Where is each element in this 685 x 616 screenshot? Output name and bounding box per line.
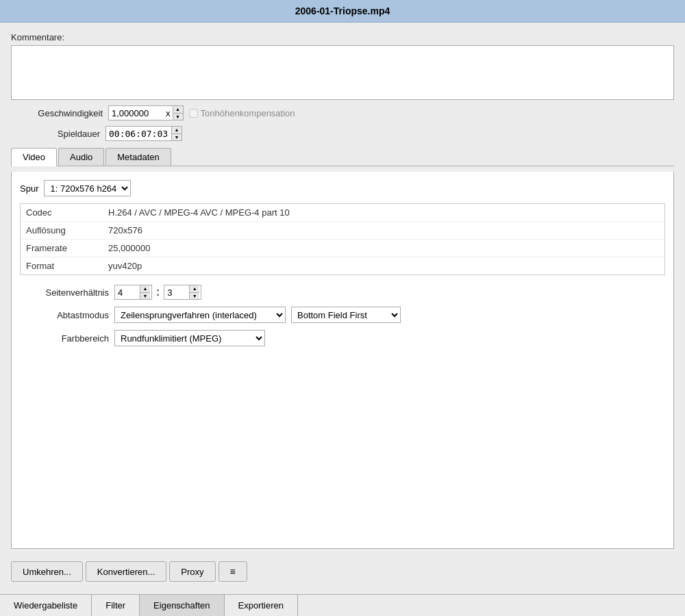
menu-icon: ≡ (230, 566, 236, 577)
geschwindigkeit-unit: x (164, 108, 173, 118)
tab-video[interactable]: Video (11, 148, 57, 166)
farbbereich-select[interactable]: Rundfunklimitiert (MPEG) (114, 330, 265, 346)
spieldauer-row: Spieldauer ▲ ▼ (11, 126, 674, 141)
farbbereich-row: Farbbereich Rundfunklimitiert (MPEG) (20, 330, 665, 346)
spieldauer-up[interactable]: ▲ (172, 127, 182, 134)
settings-section: Seitenverhältnis ▲ ▼ : (20, 285, 665, 346)
tonhoehe-checkbox[interactable] (189, 109, 198, 118)
seitenverhaeltnis-label: Seitenverhältnis (20, 287, 109, 298)
geschwindigkeit-spinner[interactable]: ▲ ▼ (173, 106, 183, 120)
format-key: Format (21, 257, 103, 274)
kommentare-section: Kommentare: (11, 32, 674, 100)
umkehren-button[interactable]: Umkehren... (11, 561, 83, 582)
abtastmodus-row: Abtastmodus Zeilensprungverfahren (inter… (20, 307, 665, 323)
spur-select[interactable]: 1: 720x576 h264 (44, 180, 131, 196)
ratio-spinner-1[interactable]: ▲ ▼ (114, 285, 152, 300)
abtastmodus-label: Abtastmodus (20, 310, 109, 320)
ratio-1-up[interactable]: ▲ (140, 285, 150, 293)
codec-key: Codec (21, 204, 103, 221)
aufloesung-key: Auflösung (21, 222, 103, 239)
kommentare-label: Kommentare: (11, 32, 674, 42)
table-row: Auflösung 720x576 (21, 222, 664, 240)
ratio-1-down[interactable]: ▼ (140, 293, 150, 300)
ratio-value-2[interactable] (164, 287, 189, 298)
spieldauer-label: Spieldauer (11, 129, 100, 139)
spieldauer-input[interactable]: ▲ ▼ (105, 126, 182, 141)
farbbereich-label: Farbbereich (20, 333, 109, 344)
bottom-tab-eigenschaften[interactable]: Eigenschaften (140, 595, 224, 616)
ratio-2-up[interactable]: ▲ (190, 285, 199, 293)
geschwindigkeit-value[interactable] (109, 108, 164, 118)
main-content: Kommentare: Geschwindigkeit x ▲ ▼ Tonhöh… (0, 23, 685, 594)
abtastmodus-select-1[interactable]: Zeilensprungverfahren (interlaced) (114, 307, 286, 323)
table-row: Framerate 25,000000 (21, 240, 664, 257)
ratio-spinner-2[interactable]: ▲ ▼ (164, 285, 201, 300)
bottom-buttons: Umkehren... Konvertieren... Proxy ≡ (11, 554, 674, 587)
proxy-button[interactable]: Proxy (169, 561, 215, 582)
main-window: 2006-01-Triopse.mp4 Kommentare: Geschwin… (0, 0, 685, 616)
ratio-value-1[interactable] (115, 287, 140, 298)
spur-row: Spur 1: 720x576 h264 (20, 180, 665, 196)
spur-label: Spur (20, 183, 38, 194)
tab-audio[interactable]: Audio (58, 148, 104, 166)
bottom-tabs: Wiedergabeliste Filter Eigenschaften Exp… (0, 594, 685, 616)
geschwindigkeit-input[interactable]: x ▲ ▼ (108, 105, 184, 120)
tonhoehe-checkbox-group: Tonhöhenkompensation (189, 108, 295, 118)
bottom-tab-wiedergabeliste[interactable]: Wiedergabeliste (0, 595, 92, 616)
abtastmodus-select-2[interactable]: Bottom Field First (291, 307, 401, 323)
spieldauer-down[interactable]: ▼ (172, 134, 182, 141)
kommentare-textarea[interactable] (11, 45, 674, 100)
ratio-group: ▲ ▼ : ▲ ▼ (114, 285, 201, 300)
bottom-tab-filter[interactable]: Filter (92, 595, 140, 616)
codec-value: H.264 / AVC / MPEG-4 AVC / MPEG-4 part 1… (103, 204, 664, 221)
table-row: Codec H.264 / AVC / MPEG-4 AVC / MPEG-4 … (21, 204, 664, 222)
geschwindigkeit-down[interactable]: ▼ (173, 114, 183, 120)
menu-button[interactable]: ≡ (219, 561, 247, 582)
tonhoehe-label: Tonhöhenkompensation (201, 108, 295, 118)
tab-content: Spur 1: 720x576 h264 Codec H.264 / AVC /… (11, 172, 674, 549)
bottom-tab-exportieren[interactable]: Exportieren (225, 595, 298, 616)
spieldauer-spinner[interactable]: ▲ ▼ (171, 127, 182, 140)
framerate-value: 25,000000 (103, 240, 664, 257)
spieldauer-value[interactable] (106, 129, 171, 139)
ratio-colon: : (156, 286, 160, 298)
geschwindigkeit-row: Geschwindigkeit x ▲ ▼ Tonhöhenkompensati… (14, 105, 674, 120)
framerate-key: Framerate (21, 240, 103, 257)
tab-metadaten[interactable]: Metadaten (105, 148, 171, 166)
ratio-spinner-2-buttons[interactable]: ▲ ▼ (189, 285, 199, 299)
aufloesung-value: 720x576 (103, 222, 664, 239)
geschwindigkeit-up[interactable]: ▲ (173, 106, 183, 114)
info-table: Codec H.264 / AVC / MPEG-4 AVC / MPEG-4 … (20, 203, 665, 275)
geschwindigkeit-label: Geschwindigkeit (14, 108, 103, 118)
seitenverhaeltnis-row: Seitenverhältnis ▲ ▼ : (20, 285, 665, 300)
tabs-row: Video Audio Metadaten (11, 148, 674, 166)
table-row: Format yuv420p (21, 257, 664, 274)
title-bar: 2006-01-Triopse.mp4 (0, 0, 685, 23)
ratio-2-down[interactable]: ▼ (190, 293, 199, 300)
window-title: 2006-01-Triopse.mp4 (295, 5, 390, 16)
konvertieren-button[interactable]: Konvertieren... (86, 561, 167, 582)
format-value: yuv420p (103, 257, 664, 274)
ratio-spinner-1-buttons[interactable]: ▲ ▼ (140, 285, 150, 299)
